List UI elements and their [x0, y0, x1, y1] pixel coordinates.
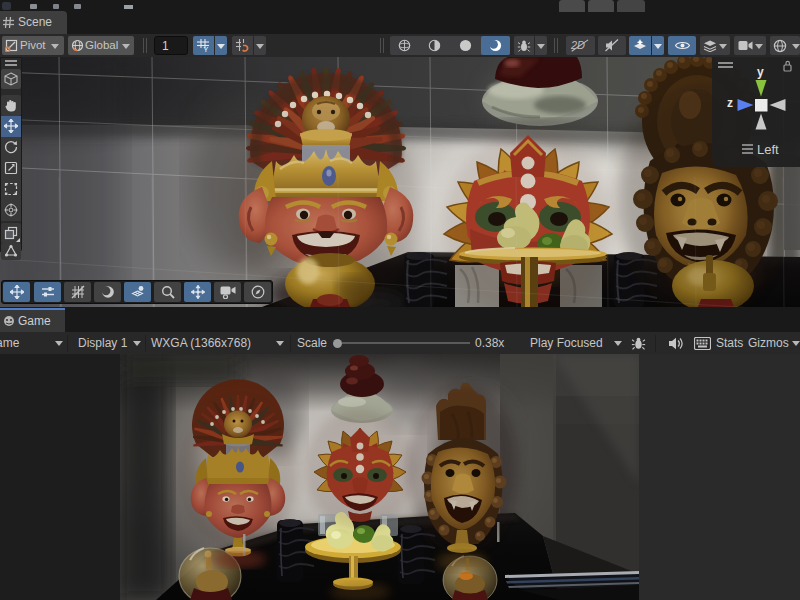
svg-text:y: y: [757, 65, 764, 79]
svg-text:z: z: [727, 96, 733, 110]
svg-text:Y: Y: [204, 46, 209, 53]
svg-text:Left: Left: [757, 142, 779, 157]
